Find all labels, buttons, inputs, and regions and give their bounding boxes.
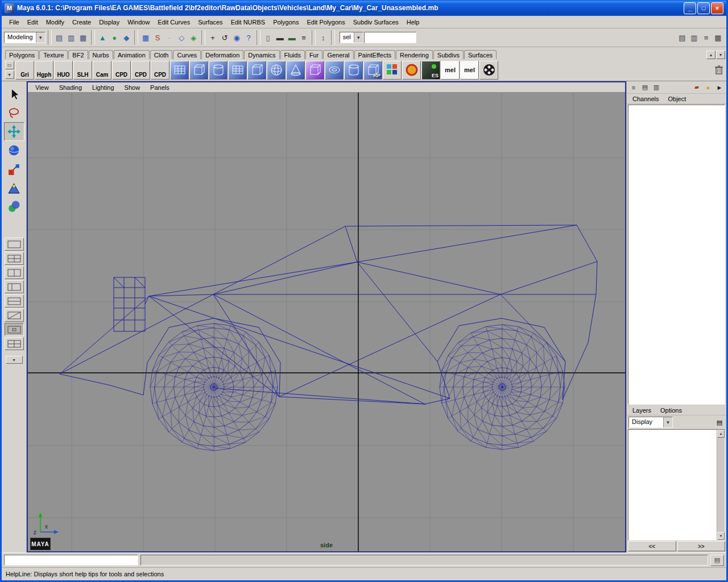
shelf-tab-polygons[interactable]: Polygons [5,50,39,59]
soft-mod-tool[interactable] [4,178,24,197]
channel-layout-icon[interactable]: ≡ [628,82,639,93]
scroll-up-icon[interactable]: ▴ [717,430,725,438]
shelf-scroll-down-icon[interactable]: ▾ [716,51,725,59]
toolbar-separator[interactable] [201,30,205,45]
shelf-tab-rendering[interactable]: Rendering [396,50,433,59]
shelf-button-slh[interactable]: SLH [73,61,92,80]
move-tool[interactable] [4,122,24,141]
poly-torus-icon[interactable] [325,61,344,80]
channel-box-menu-channels[interactable]: Channels [629,95,662,103]
shelf-tab-surfaces[interactable]: Surfaces [464,50,497,59]
shelf-tab-nurbs[interactable]: Nurbs [89,50,113,59]
menu-surfaces[interactable]: Surfaces [194,17,226,27]
shelf-menu-icon[interactable]: ▾ [5,70,14,79]
split-layout-icon[interactable]: ▥ [651,82,661,93]
menu-create[interactable]: Create [68,17,95,27]
select-object-icon[interactable]: ● [109,31,121,44]
viewport-menu-lighting[interactable]: Lighting [87,84,119,92]
poly-cylinder-icon[interactable] [209,61,228,80]
poly-plane-icon[interactable] [170,61,189,80]
select-tool[interactable] [4,85,24,103]
snap-to-points-icon[interactable]: ∙ [164,31,176,44]
shelf-tab-animation[interactable]: Animation [114,50,150,59]
es-shelf-icon[interactable]: ES [421,61,440,80]
scroll-track[interactable] [717,438,725,532]
trash-icon[interactable] [713,63,725,77]
shelf-button-cpd-3[interactable]: CPD [151,61,169,80]
shelf-button-cam[interactable]: Cam [93,61,111,80]
shelf-tab-subdivs[interactable]: Subdivs [433,50,464,59]
quad-pane-layout-button[interactable] [5,337,24,350]
shelf-tab-curves[interactable]: Curves [173,50,201,59]
shelf-button-cpd-2[interactable]: CPD [131,61,150,80]
four-view-layout-button[interactable] [5,252,24,265]
toolbar-separator[interactable] [91,30,95,45]
toggle-tool-settings-icon[interactable]: ≡ [700,31,712,44]
close-button[interactable]: × [711,2,723,14]
shelf-toggle-icon[interactable]: ▭ [5,61,14,69]
menu-subdiv-surfaces[interactable]: Subdiv Surfaces [349,17,403,27]
shelf-tab-cloth[interactable]: Cloth [150,50,173,59]
command-line-input[interactable] [4,555,138,566]
mel-script-icon-1[interactable]: mel [441,61,460,80]
toolbar-separator[interactable] [48,30,52,45]
select-arrow-icon[interactable]: ► [714,82,725,93]
menu-display[interactable]: Display [95,17,123,27]
shelf-tab-fluids[interactable]: Fluids [280,50,305,59]
ipr-render-icon[interactable]: ▬ [286,31,298,44]
menu-window[interactable]: Window [123,17,154,27]
shelf-tab-bf2[interactable]: BF2 [68,50,88,59]
hypergraph-persp-layout-button[interactable] [5,309,24,322]
poly-sphere-icon[interactable] [267,61,286,80]
single-pane-layout-button[interactable] [5,238,24,251]
toolbox-more-icon[interactable]: ▾ [6,356,23,364]
snap-to-view-planes-icon[interactable]: ◇ [176,31,188,44]
nav-right-button[interactable]: >> [677,541,726,551]
paint-select-layout-button[interactable] [5,323,24,336]
menu-set-dropdown[interactable]: Modeling ▼ [4,32,46,43]
select-component-icon[interactable]: ◆ [121,31,133,44]
poly-mesh-icon[interactable] [228,61,247,80]
show-manipulator-tool[interactable] [4,197,24,216]
quick-selection-icon[interactable]: ↕ [317,31,329,44]
paint-icon[interactable]: ▰ [692,82,702,93]
render-current-frame-icon[interactable]: ▬ [274,31,286,44]
menu-file[interactable]: File [5,17,23,27]
two-pane-layout-button[interactable] [5,266,24,279]
outliner-persp-layout-button[interactable] [5,280,24,293]
toolbar-separator[interactable] [257,30,260,45]
menu-edit[interactable]: Edit [23,17,42,27]
shelf-tab-fur[interactable]: Fur [305,50,323,59]
poly-pipe-icon[interactable] [344,61,363,80]
menu-edit-polygons[interactable]: Edit Polygons [303,17,349,27]
render-globe-icon[interactable]: ◉ [231,31,243,44]
render-sphere-icon[interactable]: ● [703,82,713,93]
toolbar-separator[interactable] [331,30,335,45]
paint-sphere-icon[interactable] [402,61,421,80]
menu-modify[interactable]: Modify [42,17,68,27]
title-bar[interactable]: M Maya 6.0.1: C:\Program Files\EA GAMES\… [2,0,726,16]
channel-box[interactable] [628,105,725,405]
quick-select-dropdown[interactable]: sel ▼ [340,32,363,43]
scroll-down-icon[interactable]: ▾ [717,532,725,540]
script-editor-icon[interactable]: ▤ [710,555,724,566]
shelf-button-gri[interactable]: Gri [15,61,34,80]
save-scene-icon[interactable]: ▦ [77,31,89,44]
graph-persp-layout-button[interactable] [5,294,24,307]
menu-polygons[interactable]: Polygons [269,17,303,27]
layer-stack-icon[interactable]: ▤ [714,417,725,427]
viewport-canvas[interactable]: z x MAYA side [28,93,625,551]
toolbar-separator[interactable] [134,30,138,45]
shelf-tab-deformation[interactable]: Deformation [201,50,243,59]
toggle-channel-box-icon[interactable]: ▦ [712,31,724,44]
select-hierarchy-icon[interactable]: ▲ [97,31,109,44]
toggle-attribute-editor-icon[interactable]: ▥ [688,31,700,44]
layer-layout-icon[interactable]: ▤ [640,82,650,93]
viewport-menu-shading[interactable]: Shading [54,84,87,92]
checker-sphere-icon[interactable] [479,61,498,80]
lasso-select-tool[interactable] [4,103,24,122]
menu-edit-nurbs[interactable]: Edit NURBS [227,17,270,27]
layer-menu-layers[interactable]: Layers [629,406,655,414]
snap-to-curves-icon[interactable]: S [152,31,164,44]
rotate-tool[interactable] [4,141,24,160]
